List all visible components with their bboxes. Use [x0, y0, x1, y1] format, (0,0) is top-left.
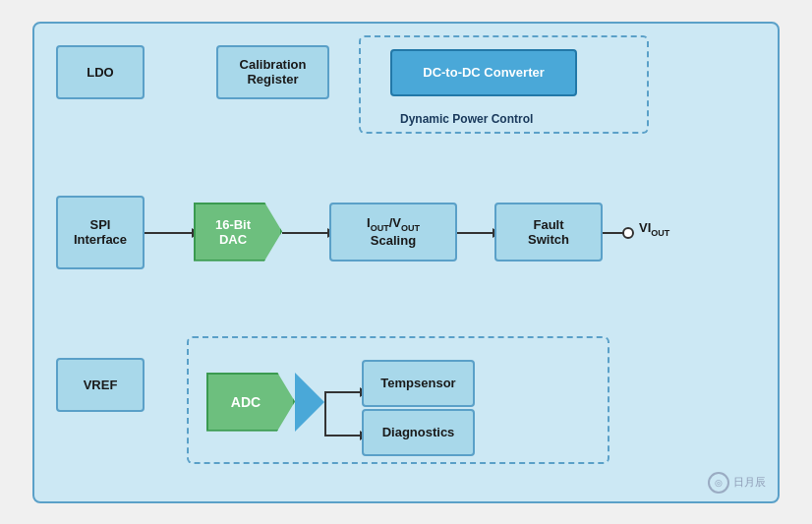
adc-triangle-connector: [295, 373, 324, 432]
vref-block: VREF: [56, 358, 145, 412]
tempsensor-block: Tempsensor: [362, 360, 475, 407]
fault-switch-block: Fault Switch: [494, 203, 603, 262]
output-circle: [622, 227, 634, 239]
arrow-scaling-to-fault: [457, 232, 494, 234]
adc-block: ADC: [206, 373, 295, 432]
arrow-vertical-connector: [324, 392, 326, 436]
viout-label: VIOUT: [639, 220, 669, 238]
spi-interface-block: SPI Interface: [56, 196, 145, 269]
arrow-adc-to-diagnostics: [324, 435, 362, 437]
watermark: ◎ 日月辰: [708, 472, 766, 494]
dac-16bit-block: 16-BitDAC: [194, 203, 282, 262]
arrow-adc-to-tempsensor: [324, 391, 362, 393]
iout-vout-scaling-block: IOUT/VOUTScaling: [329, 203, 457, 262]
dynamic-power-control-dashed: DC-to-DC Converter Dynamic Power Control: [359, 35, 649, 134]
arrow-dac-to-scaling: [282, 232, 329, 234]
arrow-spi-to-dac: [145, 232, 194, 234]
dynamic-power-control-label: Dynamic Power Control: [400, 112, 533, 126]
diagnostics-block: Diagnostics: [362, 409, 475, 456]
calibration-register-block: Calibration Register: [216, 45, 329, 99]
arrow-fault-to-circle: [603, 232, 624, 234]
adc-group-dashed: ADC Tempsensor Diagnostics: [187, 336, 609, 464]
ldo-block: LDO: [56, 45, 145, 99]
dc-dc-converter-block: DC-to-DC Converter: [390, 49, 577, 96]
watermark-circle: ◎: [708, 472, 729, 494]
diagram-container: LDO Calibration Register DC-to-DC Conver…: [32, 22, 780, 503]
